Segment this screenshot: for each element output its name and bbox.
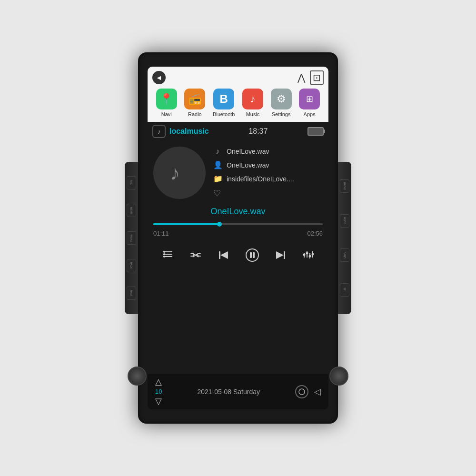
equalizer-button[interactable]	[300, 247, 317, 264]
track-name-2: OneILove.wav	[227, 161, 269, 169]
music-note-icon: ♪	[158, 128, 161, 135]
progress-bar-bg[interactable]	[153, 223, 323, 225]
track-path: insidefiles/OneILove....	[227, 175, 294, 183]
nav-back-button[interactable]: ◄	[152, 71, 166, 84]
seek-knob[interactable]	[329, 367, 348, 386]
volume-control[interactable]: △ 10 ▽	[155, 377, 162, 407]
svg-point-4	[163, 251, 165, 253]
play-pause-button[interactable]	[244, 247, 261, 264]
side-panel-left: MIC MENU PHONE BACK NAVI	[125, 162, 138, 314]
nav-app-apps[interactable]: ⊞ Apps	[299, 89, 320, 117]
up-arrow-icon[interactable]: △	[155, 377, 162, 387]
app-name: localmusic	[169, 127, 209, 136]
settings-icon: ⚙	[271, 89, 292, 109]
date-display: 2021-05-08 Saturday	[197, 388, 260, 396]
progress-bar-fill	[153, 223, 219, 225]
nav-app-music[interactable]: ♪ Music	[242, 89, 263, 117]
track-name-row: ♪ OneILove.wav	[213, 147, 323, 156]
nav-bar: ◄ ⋀ ⊡ 📍 Navi 📻 Radio B Bluetooth	[148, 67, 328, 122]
nav-app-radio[interactable]: 📻 Radio	[184, 89, 205, 117]
window-icon[interactable]: ⊡	[310, 70, 324, 85]
band-button[interactable]: BAND	[340, 248, 349, 262]
car-head-unit: MIC MENU PHONE BACK NAVI RADIO MODE BAND…	[138, 52, 338, 424]
music-info-row: ♪ ♪ OneILove.wav 👤 OneILove.wav 📁 inside…	[153, 147, 323, 199]
side-panel-right: RADIO MODE BAND SEL	[338, 162, 351, 314]
playlist-button[interactable]	[159, 247, 176, 264]
apps-icon: ⊞	[299, 89, 320, 109]
svg-point-24	[299, 389, 305, 395]
back-arrow-icon: ◄	[156, 74, 162, 81]
status-time: 18:37	[248, 127, 268, 136]
nav-right-icons: ⋀ ⊡	[298, 70, 324, 85]
radio-label: Radio	[188, 111, 202, 117]
bluetooth-label: Bluetooth	[213, 111, 235, 117]
back-triangle-icon[interactable]: ◁	[314, 387, 321, 397]
nav-apps-row: 📍 Navi 📻 Radio B Bluetooth ♪ Music ⚙	[149, 87, 327, 120]
next-button[interactable]	[272, 247, 289, 264]
svg-text:♪: ♪	[170, 162, 180, 184]
svg-rect-13	[253, 252, 255, 258]
radio-icon: 📻	[184, 89, 205, 109]
svg-point-17	[303, 254, 306, 256]
person-icon: 👤	[213, 160, 222, 169]
nav-app-bluetooth[interactable]: B Bluetooth	[213, 89, 235, 117]
track-details: ♪ OneILove.wav 👤 OneILove.wav 📁 insidefi…	[213, 147, 323, 199]
music-label: Music	[246, 111, 260, 117]
file-path-row: 📁 insidefiles/OneILove....	[213, 174, 323, 183]
track-name-1: OneILove.wav	[227, 148, 269, 155]
time-current: 01:11	[153, 230, 169, 237]
svg-point-23	[312, 253, 314, 256]
volume-number: 10	[155, 388, 162, 395]
navi-label: Navi	[161, 111, 172, 117]
svg-marker-10	[220, 251, 228, 259]
mode-button[interactable]: MODE	[340, 214, 349, 228]
battery-icon	[307, 127, 324, 136]
music-note-art: ♪	[168, 161, 191, 185]
album-art: ♪	[153, 147, 206, 199]
radio-button[interactable]: RADIO	[340, 179, 349, 193]
nav-app-settings[interactable]: ⚙ Settings	[271, 89, 292, 117]
nav-top-row: ◄ ⋀ ⊡	[149, 70, 327, 87]
volume-knob[interactable]	[128, 367, 147, 386]
prev-button[interactable]	[215, 247, 232, 264]
shuffle-button[interactable]	[187, 247, 204, 264]
app-icon-box: ♪	[152, 125, 166, 138]
menu-button[interactable]: MENU	[127, 204, 136, 217]
svg-point-5	[163, 253, 165, 255]
navi-button[interactable]: NAVI	[127, 287, 136, 300]
apps-label: Apps	[304, 111, 316, 117]
song-title: OneILove.wav	[153, 207, 323, 217]
navi-icon: 📍	[156, 89, 177, 109]
main-content: ♪ ♪ OneILove.wav 👤 OneILove.wav 📁 inside…	[148, 141, 328, 374]
down-arrow-icon[interactable]: ▽	[155, 396, 162, 407]
folder-icon: 📁	[213, 174, 222, 183]
svg-point-6	[163, 256, 165, 258]
mic-button[interactable]: MIC	[127, 176, 136, 189]
settings-label: Settings	[272, 111, 291, 117]
artist-row: 👤 OneILove.wav	[213, 160, 323, 169]
time-total: 02:56	[307, 230, 323, 237]
progress-times: 01:11 02:56	[153, 230, 323, 237]
svg-rect-14	[284, 251, 285, 259]
heart-row[interactable]: ♡	[213, 188, 323, 198]
progress-container[interactable]	[153, 223, 323, 227]
svg-point-11	[246, 249, 258, 261]
screen: ◄ ⋀ ⊡ 📍 Navi 📻 Radio B Bluetooth	[148, 67, 328, 409]
phone-button[interactable]: PHONE	[127, 231, 136, 245]
status-left: ♪ localmusic	[152, 125, 209, 138]
sel-button[interactable]: SEL	[340, 283, 349, 297]
back-button-left[interactable]: BACK	[127, 259, 136, 272]
svg-marker-15	[276, 251, 284, 259]
home-button[interactable]	[295, 385, 308, 398]
note-icon-1: ♪	[213, 147, 222, 156]
svg-point-19	[306, 252, 308, 255]
svg-point-21	[309, 255, 311, 258]
progress-dot	[217, 222, 222, 227]
bottom-nav: △ 10 ▽ 2021-05-08 Saturday ◁	[148, 374, 328, 409]
svg-rect-12	[250, 252, 252, 258]
svg-rect-9	[219, 251, 220, 259]
nav-app-navi[interactable]: 📍 Navi	[156, 89, 177, 117]
chevron-up-icon[interactable]: ⋀	[298, 72, 305, 83]
heart-icon[interactable]: ♡	[213, 188, 221, 198]
controls-row	[153, 244, 323, 267]
